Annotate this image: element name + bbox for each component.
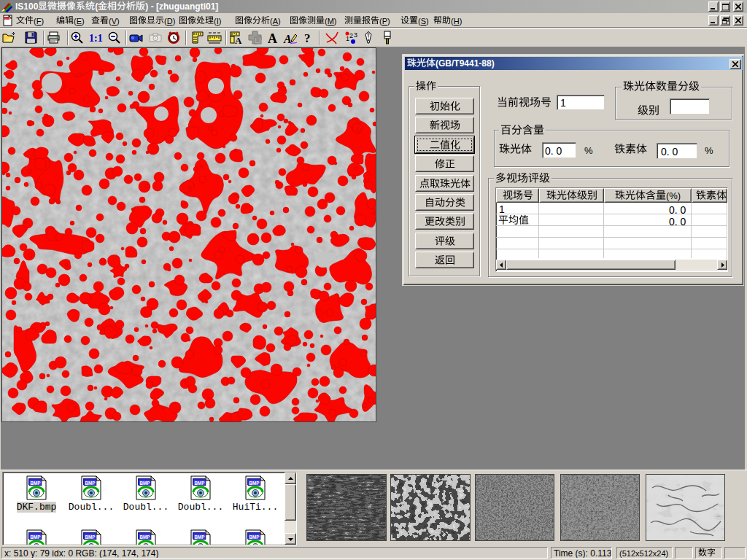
- svg-text:3: 3: [354, 31, 357, 39]
- svg-text:A: A: [268, 31, 277, 45]
- svg-text:BMP: BMP: [85, 534, 96, 540]
- svg-text:A: A: [235, 35, 242, 45]
- svg-text:BMP: BMP: [140, 534, 150, 540]
- svg-text:BMP: BMP: [195, 481, 205, 486]
- svg-text:BMP: BMP: [31, 481, 41, 486]
- svg-text:2: 2: [349, 32, 353, 39]
- svg-text:BMP: BMP: [31, 534, 41, 540]
- svg-text:DOC: DOC: [5, 17, 12, 20]
- svg-text:BMP: BMP: [195, 534, 205, 540]
- svg-text:1:1: 1:1: [89, 33, 103, 44]
- svg-text:?: ?: [304, 31, 311, 45]
- svg-text:BMP: BMP: [249, 481, 260, 486]
- svg-text:BMP: BMP: [85, 481, 96, 486]
- svg-text:BMP: BMP: [249, 534, 260, 540]
- svg-text:BMP: BMP: [140, 481, 150, 486]
